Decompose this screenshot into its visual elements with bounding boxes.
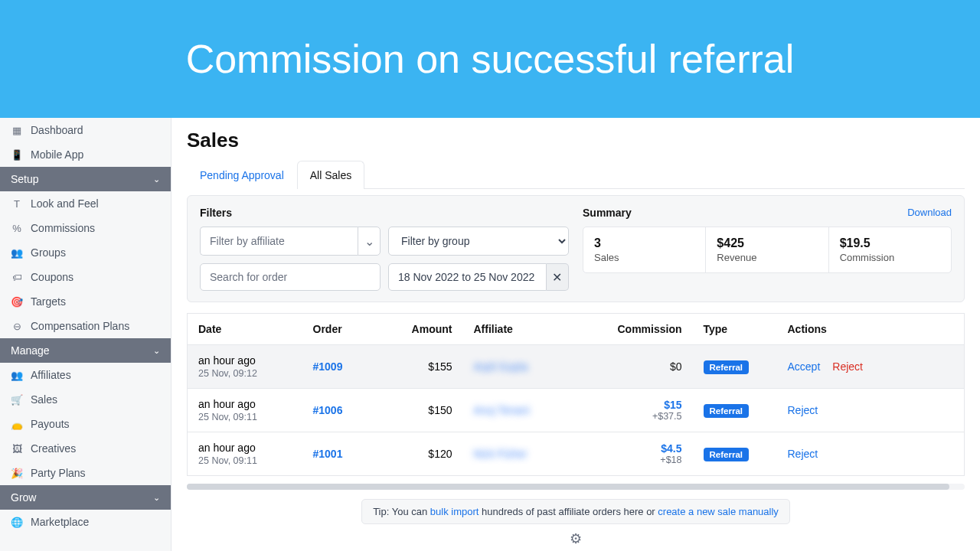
sidebar-item-label: Groups [31,246,66,259]
people-icon: 👥 [11,370,23,381]
sidebar-section-label: Setup [11,173,39,185]
sidebar-item-label: Payouts [31,418,70,430]
tab-pending-approval[interactable]: Pending Approval [187,161,297,189]
sidebar-item-creatives[interactable]: 🖼Creatives [0,436,171,461]
sidebar-item-label: Affiliates [31,369,71,381]
sidebar-item-groups[interactable]: 👥Groups [0,240,171,265]
summary-label: Summary [583,207,952,219]
filter-affiliate-input[interactable] [200,227,358,256]
hero-banner: Commission on successful referral [0,0,980,118]
chevron-down-icon: ⌄ [153,493,160,503]
col-actions: Actions [777,314,965,345]
reject-button[interactable]: Reject [788,404,818,416]
sidebar-item-dashboard[interactable]: ▦ Dashboard [0,118,171,142]
affiliate-name[interactable]: Nick Fisher [474,448,528,460]
col-amount: Amount [387,314,463,345]
amount-cell: $150 [387,389,463,432]
sidebar-item-coupons[interactable]: 🏷Coupons [0,265,171,289]
app-shell: ▦ Dashboard 📱 Mobile App Setup ⌄ TLook a… [0,118,980,551]
sidebar-item-party-plans[interactable]: 🎉Party Plans [0,461,171,485]
sidebar-item-commissions[interactable]: %Commissions [0,216,171,240]
create-sale-link[interactable]: create a new sale manually [658,506,779,517]
party-icon: 🎉 [11,468,23,479]
sidebar-item-look-and-feel[interactable]: TLook and Feel [0,191,171,216]
sidebar-item-label: Targets [31,295,66,308]
dollar-icon: ⊖ [11,321,23,332]
date-range-input[interactable] [388,263,547,291]
col-commission: Commission [578,314,693,345]
summary-sublabel: Revenue [717,252,817,263]
target-icon: 🎯 [11,296,23,308]
main-content: Sales Pending Approval All Sales Filters… [172,118,980,551]
col-date: Date [188,314,302,345]
summary-card-sales: 3 Sales [583,227,706,272]
commission-value: $0 [670,360,682,373]
date-secondary: 25 Nov, 09:11 [198,412,292,422]
col-affiliate: Affiliate [463,314,578,345]
scroll-thumb[interactable] [187,484,949,490]
commission-value: $4.5 [589,442,682,455]
sidebar-item-label: Compensation Plans [31,320,129,332]
filters-summary-panel: Filters ⌄ Filter by group ✕ [187,195,965,302]
chevron-down-icon: ⌄ [364,234,374,249]
sidebar-section-setup[interactable]: Setup ⌄ [0,167,171,191]
type-badge: Referral [704,404,749,418]
globe-icon: 🌐 [11,517,23,528]
table-row: an hour ago25 Nov, 09:12#1009$155Arpit G… [188,345,965,389]
sidebar-item-label: Marketplace [31,516,89,528]
wallet-icon: 👝 [11,419,23,430]
sidebar-section-grow[interactable]: Grow ⌄ [0,485,171,510]
sidebar-item-targets[interactable]: 🎯Targets [0,289,171,314]
tabs: Pending Approval All Sales [187,160,965,189]
affiliate-name[interactable]: Arpit Gupta [474,360,528,373]
tag-icon: 🏷 [11,272,23,283]
sidebar: ▦ Dashboard 📱 Mobile App Setup ⌄ TLook a… [0,118,172,551]
type-badge: Referral [704,360,749,374]
clear-date-button[interactable]: ✕ [547,263,569,291]
sidebar-item-label: Creatives [31,442,76,455]
search-order-input[interactable] [200,263,381,291]
sidebar-section-manage[interactable]: Manage ⌄ [0,338,171,363]
download-link[interactable]: Download [907,207,952,218]
affiliate-name[interactable]: Anuj Tenani [474,404,530,416]
cart-icon: 🛒 [11,394,23,406]
order-link[interactable]: #1009 [313,360,343,373]
sidebar-item-sales[interactable]: 🛒Sales [0,387,171,412]
date-secondary: 25 Nov, 09:11 [198,455,292,466]
sidebar-section-label: Manage [11,344,50,357]
sidebar-item-payouts[interactable]: 👝Payouts [0,412,171,436]
date-primary: an hour ago [198,354,292,367]
date-primary: an hour ago [198,398,292,410]
commission-bonus: +$37.5 [589,411,682,422]
reject-button[interactable]: Reject [788,448,818,460]
summary-value: 3 [594,236,694,250]
sidebar-item-label: Dashboard [31,124,83,136]
filter-affiliate-dropdown-button[interactable]: ⌄ [358,227,381,256]
type-badge: Referral [704,448,749,461]
sidebar-item-compensation-plans[interactable]: ⊖Compensation Plans [0,314,171,338]
table-row: an hour ago25 Nov, 09:11#1001$120Nick Fi… [188,432,965,476]
horizontal-scrollbar[interactable] [187,484,965,490]
order-link[interactable]: #1001 [313,448,343,460]
sidebar-item-mobile-app[interactable]: 📱 Mobile App [0,142,171,167]
filter-group-select[interactable]: Filter by group [388,227,569,256]
sidebar-item-label: Sales [31,393,57,406]
gear-icon[interactable]: ⚙ [570,531,582,546]
sidebar-item-marketplace[interactable]: 🌐Marketplace [0,510,171,534]
sidebar-item-affiliates[interactable]: 👥Affiliates [0,363,171,387]
people-icon: 👥 [11,247,23,259]
summary-cards: 3 Sales $425 Revenue $19.5 Commission [583,227,952,273]
accept-button[interactable]: Accept [788,360,821,373]
filters-panel: Filters ⌄ Filter by group ✕ [200,207,569,291]
bulk-import-link[interactable]: bulk import [430,506,479,517]
hero-title: Commission on successful referral [186,36,795,82]
order-link[interactable]: #1006 [313,404,343,416]
tab-all-sales[interactable]: All Sales [297,161,364,189]
sidebar-item-label: Commissions [31,222,95,234]
grid-icon: ▦ [11,125,23,136]
sidebar-item-label: Mobile App [31,148,83,161]
chevron-down-icon: ⌄ [153,174,160,184]
reject-button[interactable]: Reject [832,360,863,373]
commission-value: $15 [589,399,682,411]
chevron-down-icon: ⌄ [153,346,160,356]
